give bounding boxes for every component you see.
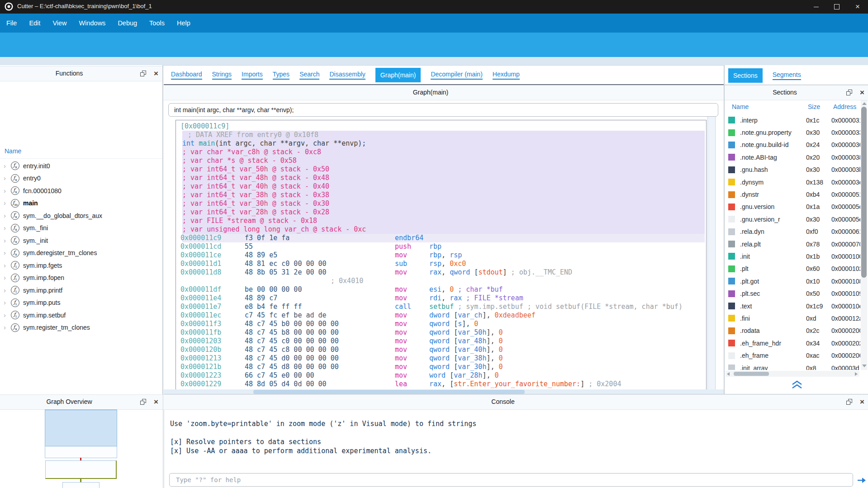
expand-chevron-icon[interactable]: › <box>4 275 10 281</box>
function-name[interactable]: sym._init <box>23 237 48 244</box>
disasm-annotation[interactable]: ; DATA XREF from entry0 @ 0x10f8 <box>176 131 706 139</box>
disasm-line[interactable]: 0x000011cd55pushrbp <box>176 242 706 251</box>
disasm-annotation[interactable]: ; var int64_t var_38h @ stack - 0x38 <box>176 191 706 199</box>
section-row[interactable]: .interp0x1c0x0000031 <box>725 114 860 126</box>
function-item[interactable]: ›ƒisym.imp.setbuf <box>0 309 162 322</box>
disasm-line[interactable]: 0x000011f348 c7 45 b0 00 00 00 00movqwor… <box>176 320 706 328</box>
section-row[interactable]: .fini0xd0x000012a <box>725 312 860 324</box>
expand-chevron-icon[interactable]: › <box>4 262 10 269</box>
close-panel-icon[interactable]: × <box>154 71 158 76</box>
function-item[interactable]: ›ƒxsym.__do_global_dtors_aux <box>0 209 162 222</box>
disasm-line[interactable]: 0x0000120b48 c7 45 c8 00 00 00 00movqwor… <box>176 346 706 354</box>
tab-imports[interactable]: Imports <box>242 71 263 80</box>
expand-chevron-icon[interactable]: › <box>4 213 10 219</box>
disasm-annotation[interactable]: ; var char *s @ stack - 0x58 <box>176 156 706 165</box>
tab-search[interactable]: Search <box>299 71 319 80</box>
disasm-annotation[interactable]: ; var FILE *stream @ stack - 0x18 <box>176 217 706 225</box>
menu-file[interactable]: File <box>6 19 17 27</box>
address-seekbar[interactable] <box>0 57 868 66</box>
scroll-up-arrow-icon[interactable] <box>862 102 867 105</box>
disasm-annotation[interactable]: ; var unsigned long long var_ch @ stack … <box>176 225 706 234</box>
section-row[interactable]: .eh_frame_hdr0x340x0000202 <box>725 337 860 349</box>
expand-chevron-icon[interactable]: › <box>4 225 10 231</box>
graph-overview-minimap[interactable] <box>0 409 163 488</box>
tab-disassembly[interactable]: Disassembly <box>329 71 365 80</box>
function-name[interactable]: sym._fini <box>23 224 48 232</box>
function-name[interactable]: sym.imp.fgets <box>23 262 62 269</box>
float-panel-icon[interactable] <box>140 399 146 405</box>
function-item[interactable]: ›ƒxsym.register_tm_clones <box>0 322 162 334</box>
disasm-annotation[interactable]: [0x000011c9] <box>176 122 706 131</box>
sections-vertical-scrollbar-thumb[interactable] <box>861 107 867 278</box>
sections-column-size[interactable]: Size <box>808 103 820 110</box>
section-row[interactable]: .rela.plt0x780x0000070 <box>725 238 860 250</box>
function-name[interactable]: entry0 <box>23 175 41 182</box>
expand-chevron-icon[interactable]: › <box>4 237 10 244</box>
function-item[interactable]: ›ƒxsym.deregister_tm_clones <box>0 247 162 260</box>
expand-chevron-icon[interactable]: › <box>4 163 10 169</box>
scroll-right-arrow-icon[interactable] <box>855 372 858 376</box>
function-item[interactable]: ›ƒxsym._init <box>0 234 162 247</box>
disasm-line[interactable]: 0x000011ce48 89 e5movrbp, rsp <box>176 251 706 260</box>
disasm-line[interactable]: 0x000011d848 8b 05 31 2e 00 00movrax, qw… <box>176 268 706 277</box>
section-row[interactable]: .dynstr0xb40x0000051 <box>725 188 860 200</box>
function-name[interactable]: sym.deregister_tm_clones <box>23 249 97 256</box>
disasm-line[interactable]: 0x000011e7e8 b4 fe ff ffcallsetbuf ; sym… <box>176 303 706 311</box>
tab-hexdump[interactable]: Hexdump <box>493 71 520 80</box>
menu-edit[interactable]: Edit <box>29 19 40 27</box>
section-row[interactable]: .plt.sec0x500x0000109 <box>725 287 860 299</box>
disasm-line[interactable]: 0x000011dfbe 00 00 00 00movesi, 0 ; char… <box>176 285 706 294</box>
menu-debug[interactable]: Debug <box>118 19 137 27</box>
sections-column-name[interactable]: Name <box>732 103 749 110</box>
disasm-line[interactable]: 0x0000121b48 c7 45 d8 00 00 00 00movqwor… <box>176 363 706 371</box>
disasm-annotation[interactable]: ; var int64_t var_30h @ stack - 0x30 <box>176 199 706 208</box>
section-row[interactable]: .gnu.version0x1a0x000005c <box>725 201 860 213</box>
disasm-line[interactable]: 0x000011fb48 c7 45 b8 00 00 00 00movqwor… <box>176 328 706 337</box>
close-panel-icon[interactable]: × <box>860 399 864 405</box>
expand-chevron-icon[interactable]: › <box>4 299 10 306</box>
section-row[interactable]: .note.gnu.build-id0x240x0000036 <box>725 139 860 151</box>
menu-view[interactable]: View <box>52 19 66 27</box>
close-panel-icon[interactable]: × <box>154 399 158 405</box>
disasm-annotation[interactable]: ; var int64_t var_40h @ stack - 0x40 <box>176 182 706 191</box>
disasm-annotation[interactable]: int main(int argc, char **argv, char **e… <box>176 139 706 148</box>
minimap-viewport[interactable] <box>45 410 117 446</box>
function-item[interactable]: ›ƒxentry.init0 <box>0 160 162 172</box>
tab-strings[interactable]: Strings <box>212 71 232 80</box>
section-row[interactable]: .plt0x600x0000102 <box>725 263 860 275</box>
section-row[interactable]: .eh_frame0xac0x0000206 <box>725 349 860 361</box>
function-item[interactable]: ›ƒisym.imp.fopen <box>0 272 162 284</box>
float-panel-icon[interactable] <box>140 71 146 76</box>
float-panel-icon[interactable] <box>846 90 852 95</box>
tab-types[interactable]: Types <box>273 71 289 80</box>
expand-chevron-icon[interactable]: › <box>4 188 10 194</box>
disasm-line[interactable]: 0x000011c9f3 0f 1e faendbr64 <box>176 234 706 242</box>
section-row[interactable]: .note.ABI-tag0x200x0000038 <box>725 151 860 163</box>
disasm-line[interactable]: 0x0000121348 c7 45 d0 00 00 00 00movqwor… <box>176 354 706 363</box>
menu-windows[interactable]: Windows <box>79 19 106 27</box>
expand-chevron-icon[interactable]: › <box>4 200 10 206</box>
disasm-line[interactable]: 0x0000122948 8d 05 d4 0d 00 00learax, [s… <box>176 380 706 389</box>
function-item[interactable]: ›ƒisym.imp.puts <box>0 297 162 309</box>
function-item[interactable]: ›ƒxfcn.00001080 <box>0 185 162 197</box>
expand-chevron-icon[interactable]: › <box>4 287 10 294</box>
graph-basic-block[interactable]: [0x000011c9]; DATA XREF from entry0 @ 0x… <box>175 120 707 394</box>
tab-segments[interactable]: Segments <box>773 71 801 80</box>
function-name[interactable]: sym.imp.printf <box>23 287 62 294</box>
section-row[interactable]: .init0x1b0x0000100 <box>725 250 860 262</box>
function-name[interactable]: sym.imp.fopen <box>23 274 64 281</box>
section-row[interactable]: .text0x1c90x000010e <box>725 300 860 312</box>
expand-chevron-icon[interactable]: › <box>4 250 10 256</box>
menu-help[interactable]: Help <box>177 19 190 27</box>
function-name[interactable]: sym.imp.puts <box>23 299 60 306</box>
disasm-line[interactable]: 0x0000122366 c7 45 e0 00 00movword [var_… <box>176 371 706 380</box>
function-item[interactable]: ›ƒisym.imp.printf <box>0 284 162 297</box>
close-panel-icon[interactable]: × <box>860 90 864 95</box>
section-row[interactable]: .dynsym0x1380x000003e <box>725 176 860 188</box>
scroll-down-arrow-icon[interactable] <box>862 365 867 367</box>
graph-horizontal-scrollbar-thumb[interactable] <box>253 390 525 394</box>
function-name[interactable]: main <box>23 199 38 207</box>
sections-horizontal-scrollbar-thumb[interactable] <box>734 372 769 376</box>
disasm-line[interactable]: 0x0000120348 c7 45 c0 00 00 00 00movqwor… <box>176 337 706 346</box>
function-name[interactable]: sym.imp.setbuf <box>23 312 66 319</box>
